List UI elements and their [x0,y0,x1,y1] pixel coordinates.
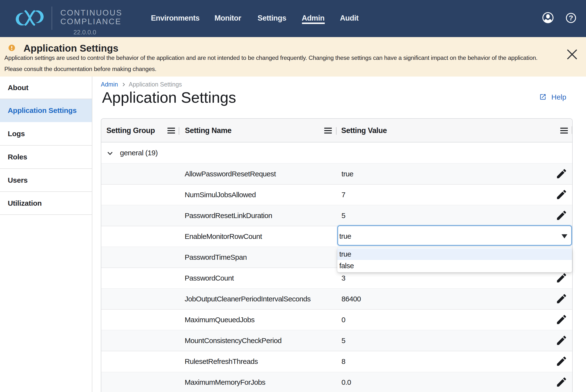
svg-text:?: ? [569,14,573,22]
